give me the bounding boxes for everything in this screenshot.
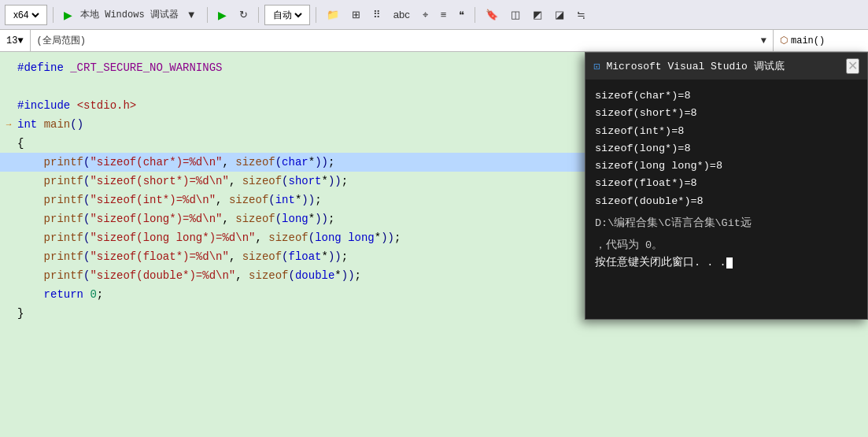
console-cursor <box>726 257 733 268</box>
lines-btn[interactable]: ≡ <box>436 5 452 25</box>
console-close-prompt: 按任意键关闭此窗口. . . <box>595 254 858 272</box>
console-header: ⊡ Microsoft Visual Studio 调试底 ✕ <box>585 53 867 80</box>
console-line-6: sizeof(float*)=8 <box>595 175 858 192</box>
main-toolbar: x64 ▶ 本地 Windows 调试器 ▼ ▶ ↻ 自动 📁 ⊞ ⠿ abc … <box>0 0 868 30</box>
dots-btn[interactable]: ⠿ <box>368 5 386 25</box>
console-line-4: sizeof(long*)=8 <box>595 140 858 157</box>
cursor-btn[interactable]: ⌖ <box>418 5 433 25</box>
code-content-brace-open: { <box>14 134 24 153</box>
code-content-empty <box>14 77 24 96</box>
console-line-1: sizeof(char*)=8 <box>595 87 858 105</box>
code-content-printf-short: printf("sizeof(short*)=%d\n", sizeof(sho… <box>14 172 348 191</box>
console-path-line2: D:\编程合集\C语言合集\Git远 <box>595 215 858 232</box>
sep1 <box>53 7 54 23</box>
bookmark-btn4[interactable]: ◪ <box>550 5 569 25</box>
run-button[interactable]: ▶ <box>59 5 77 25</box>
sep4 <box>316 7 316 23</box>
arch-dropdown[interactable]: x64 <box>5 5 47 25</box>
code-content-include: #include <stdio.h> <box>14 96 136 115</box>
code-content-return: return 0; <box>14 285 103 304</box>
sep5 <box>475 7 475 23</box>
debugger-dropdown-arrow[interactable]: ▼ <box>182 5 201 25</box>
console-vs-icon: ⊡ <box>593 60 600 73</box>
step-button[interactable]: ↻ <box>235 5 253 25</box>
console-title-text: Microsoft Visual Studio 调试底 <box>606 59 840 73</box>
grid-btn[interactable]: ⊞ <box>347 5 365 25</box>
bookmark-btn5[interactable]: ≒ <box>572 5 590 25</box>
line-dropdown-arrow: ▼ <box>17 35 23 46</box>
console-output: sizeof(char*)=8 sizeof(short*)=8 sizeof(… <box>585 80 867 319</box>
console-line-7: sizeof(double*)=8 <box>595 193 858 210</box>
mode-dropdown[interactable]: 自动 <box>264 5 310 25</box>
code-content-printf-long: printf("sizeof(long*)=%d\n", sizeof(long… <box>14 209 334 228</box>
code-content-printf-char: printf("sizeof(char*)=%d\n", sizeof(char… <box>14 153 334 172</box>
bookmark-btn3[interactable]: ◩ <box>528 5 547 25</box>
bookmark-btn2[interactable]: ◫ <box>506 5 525 25</box>
folder-btn[interactable]: 📁 <box>322 5 344 25</box>
line-number-dropdown[interactable]: 13 ▼ <box>0 30 31 51</box>
code-content-printf-int: printf("sizeof(int*)=%d\n", sizeof(int*)… <box>14 191 322 209</box>
quote-btn[interactable]: ❝ <box>454 5 469 25</box>
console-path-line3: ，代码为 0。 <box>595 237 858 254</box>
scope-arrow: ▼ <box>761 35 766 46</box>
code-content-brace-close: } <box>14 304 24 323</box>
scope-value: (全局范围) <box>37 34 86 47</box>
editor-container: #define _CRT_SECURE_NO_WARNINGS #include… <box>0 52 868 437</box>
mode-select[interactable]: 自动 <box>270 9 305 21</box>
code-content-printf-float: printf("sizeof(float*)=%d\n", sizeof(flo… <box>14 247 348 266</box>
bookmark-btn1[interactable]: 🔖 <box>481 5 503 25</box>
indicator-main: → <box>3 115 14 134</box>
code-content-main: int main() <box>14 115 83 134</box>
console-window: ⊡ Microsoft Visual Studio 调试底 ✕ sizeof(c… <box>585 52 868 320</box>
abc-btn[interactable]: abc <box>389 5 415 25</box>
func-value: main() <box>791 35 825 46</box>
function-selector[interactable]: ⬡ main() <box>774 30 868 51</box>
debugger-label: 本地 Windows 调试器 <box>80 8 179 21</box>
navigation-bar: 13 ▼ (全局范围) ▼ ⬡ main() <box>0 30 868 52</box>
func-icon: ⬡ <box>780 35 788 46</box>
sep2 <box>207 7 208 23</box>
code-content-printf-longlong: printf("sizeof(long long*)=%d\n", sizeof… <box>14 228 401 247</box>
console-line-5: sizeof(long long*)=8 <box>595 157 858 175</box>
sep3 <box>258 7 259 23</box>
console-line-3: sizeof(int*)=8 <box>595 123 858 140</box>
arch-select[interactable]: x64 <box>10 9 42 21</box>
scope-selector[interactable]: (全局范围) ▼ <box>31 30 774 51</box>
line-number-value: 13 <box>6 35 17 46</box>
console-close-button[interactable]: ✕ <box>846 58 859 74</box>
play-button2[interactable]: ▶ <box>213 5 231 25</box>
console-line-2: sizeof(short*)=8 <box>595 105 858 122</box>
code-content-printf-double: printf("sizeof(double*)=%d\n", sizeof(do… <box>14 266 361 285</box>
code-content-1: #define _CRT_SECURE_NO_WARNINGS <box>14 58 222 77</box>
